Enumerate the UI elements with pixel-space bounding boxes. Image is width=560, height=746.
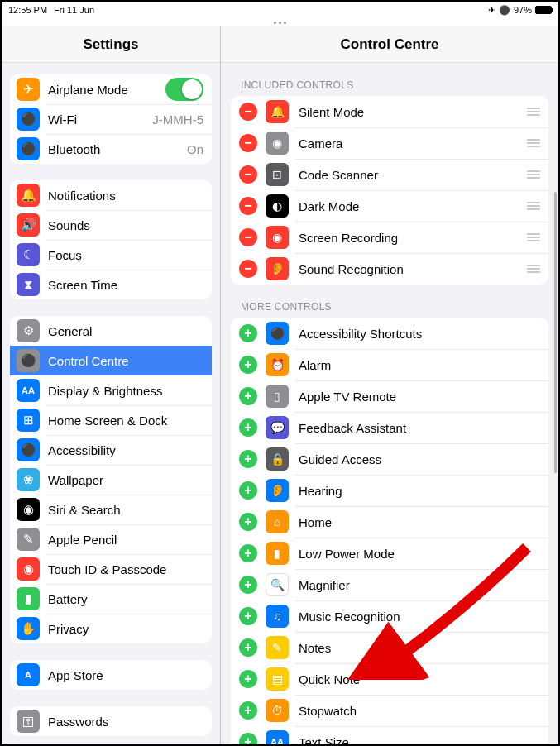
- control-row-guided-access[interactable]: +🔒Guided Access: [231, 443, 548, 475]
- drag-handle-icon[interactable]: [527, 139, 540, 147]
- add-button[interactable]: +: [239, 324, 257, 342]
- sidebar-item-bluetooth[interactable]: ⚫BluetoothOn: [10, 134, 212, 164]
- detail-title: Control Centre: [221, 26, 558, 63]
- control-row-home[interactable]: +⌂Home: [231, 506, 548, 538]
- sidebar-item-airplane-mode[interactable]: ✈Airplane Mode: [10, 74, 212, 104]
- remove-button[interactable]: −: [239, 165, 257, 184]
- drag-handle-icon[interactable]: [527, 233, 540, 241]
- drag-handle-icon[interactable]: [527, 108, 540, 116]
- control-row-text-size[interactable]: +AAText Size: [231, 726, 548, 744]
- bell-icon: 🔔: [17, 184, 40, 207]
- add-button[interactable]: +: [239, 356, 257, 374]
- sidebar-item-wi-fi[interactable]: ⚫Wi-FiJ-MMH-5: [10, 104, 212, 134]
- control-row-music-recognition[interactable]: +♫Music Recognition: [231, 600, 548, 632]
- sidebar-item-label: Wallpaper: [48, 473, 203, 487]
- add-button[interactable]: +: [239, 607, 257, 625]
- control-row-sound-recognition[interactable]: −👂Sound Recognition: [231, 253, 548, 285]
- remove-button[interactable]: −: [239, 103, 257, 121]
- sidebar-item-display-brightness[interactable]: AADisplay & Brightness: [10, 375, 212, 405]
- control-row-notes[interactable]: +✎Notes: [231, 632, 548, 663]
- sidebar-item-label: Privacy: [48, 622, 203, 636]
- drag-handle-icon[interactable]: [527, 265, 540, 273]
- sidebar-item-home-screen-dock[interactable]: ⊞Home Screen & Dock: [10, 405, 212, 435]
- hour-icon: ⧗: [17, 273, 40, 296]
- sidebar-item-accessibility[interactable]: ⚫Accessibility: [10, 435, 212, 465]
- sidebar-item-screen-time[interactable]: ⧗Screen Time: [10, 270, 212, 299]
- control-row-accessibility-shortcuts[interactable]: +⚫Accessibility Shortcuts: [231, 318, 548, 349]
- music-icon: ♫: [266, 605, 289, 628]
- sidebar-item-apple-pencil[interactable]: ✎Apple Pencil: [10, 524, 212, 554]
- control-row-dark-mode[interactable]: −◐Dark Mode: [231, 190, 548, 222]
- sidebar-item-passwords[interactable]: ⚿Passwords: [10, 706, 212, 736]
- control-label: Low Power Mode: [299, 547, 540, 561]
- stop-icon: ⏱: [266, 699, 289, 722]
- low-icon: ▮: [266, 542, 289, 565]
- sidebar-item-wallpaper[interactable]: ❀Wallpaper: [10, 465, 212, 495]
- control-label: Guided Access: [299, 452, 540, 466]
- control-label: Dark Mode: [299, 199, 527, 213]
- sidebar-item-app-store[interactable]: AApp Store: [10, 660, 212, 690]
- control-label: Notes: [299, 641, 540, 655]
- sidebar-item-label: Home Screen & Dock: [48, 414, 203, 428]
- remove-button[interactable]: −: [239, 260, 257, 278]
- sidebar-item-label: Focus: [48, 248, 203, 262]
- control-row-stopwatch[interactable]: +⏱Stopwatch: [231, 695, 548, 726]
- control-row-screen-recording[interactable]: −◉Screen Recording: [231, 222, 548, 253]
- ear-icon: 👂: [266, 257, 289, 280]
- add-button[interactable]: +: [239, 481, 257, 500]
- toggle-airplane-mode[interactable]: [165, 78, 203, 101]
- tv-icon: ▯: [266, 385, 289, 408]
- sidebar-item-label: Sounds: [48, 218, 203, 232]
- sidebar-item-notifications[interactable]: 🔔Notifications: [10, 180, 212, 210]
- remove-button[interactable]: −: [239, 197, 257, 215]
- acc-icon: ⚫: [17, 438, 40, 461]
- remove-button[interactable]: −: [239, 134, 257, 152]
- sidebar-item-control-centre[interactable]: ⚫Control Centre: [10, 346, 212, 375]
- mag-icon: 🔍: [266, 573, 289, 596]
- sidebar-item-focus[interactable]: ☾Focus: [10, 240, 212, 270]
- sidebar-item-sounds[interactable]: 🔊Sounds: [10, 210, 212, 240]
- add-button[interactable]: +: [239, 544, 257, 562]
- control-label: Sound Recognition: [299, 262, 527, 276]
- control-row-code-scanner[interactable]: −⊡Code Scanner: [231, 159, 548, 190]
- add-button[interactable]: +: [239, 701, 257, 720]
- control-label: Screen Recording: [299, 231, 527, 245]
- sidebar-item-general[interactable]: ⚙General: [10, 316, 212, 346]
- control-row-magnifier[interactable]: +🔍Magnifier: [231, 569, 548, 600]
- sidebar-item-privacy[interactable]: ✋Privacy: [10, 614, 212, 643]
- control-row-silent-mode[interactable]: −🔔Silent Mode: [231, 96, 548, 127]
- add-button[interactable]: +: [239, 670, 257, 688]
- control-row-hearing[interactable]: +👂Hearing: [231, 475, 548, 506]
- add-button[interactable]: +: [239, 733, 257, 744]
- drag-handle-icon[interactable]: [527, 170, 540, 179]
- control-row-alarm[interactable]: +⏰Alarm: [231, 349, 548, 380]
- add-button[interactable]: +: [239, 576, 257, 594]
- remove-button[interactable]: −: [239, 228, 257, 246]
- note-icon: ✎: [266, 636, 289, 659]
- add-button[interactable]: +: [239, 513, 257, 531]
- control-label: Apple TV Remote: [299, 390, 540, 404]
- grid-icon: ⊞: [17, 409, 40, 432]
- sidebar-item-battery[interactable]: ▮Battery: [10, 584, 212, 614]
- control-row-quick-note[interactable]: +▤Quick Note: [231, 663, 548, 695]
- control-row-camera[interactable]: −◉Camera: [231, 127, 548, 159]
- sidebar-item-label: Screen Time: [48, 278, 203, 292]
- sidebar-item-touch-id-passcode[interactable]: ◉Touch ID & Passcode: [10, 554, 212, 584]
- drag-handle-icon[interactable]: [527, 202, 540, 210]
- sidebar-scroll[interactable]: ✈Airplane Mode⚫Wi-FiJ-MMH-5⚫BluetoothOn🔔…: [2, 63, 220, 744]
- add-button[interactable]: +: [239, 387, 257, 405]
- control-row-low-power-mode[interactable]: +▮Low Power Mode: [231, 538, 548, 569]
- scan-icon: ⊡: [266, 163, 289, 186]
- control-row-feedback-assistant[interactable]: +💬Feedback Assistant: [231, 412, 548, 443]
- add-button[interactable]: +: [239, 638, 257, 657]
- detail-scroll[interactable]: INCLUDED CONTROLS−🔔Silent Mode−◉Camera−⊡…: [221, 63, 558, 744]
- AA-icon: AA: [266, 730, 289, 744]
- add-button[interactable]: +: [239, 450, 257, 468]
- multitask-dots[interactable]: [2, 18, 558, 26]
- sidebar-item-siri-search[interactable]: ◉Siri & Search: [10, 495, 212, 524]
- add-button[interactable]: +: [239, 418, 257, 437]
- sidebar-item-label: Touch ID & Passcode: [48, 562, 203, 576]
- control-label: Silent Mode: [299, 105, 527, 119]
- control-row-apple-tv-remote[interactable]: +▯Apple TV Remote: [231, 380, 548, 412]
- section-header: INCLUDED CONTROLS: [241, 79, 548, 91]
